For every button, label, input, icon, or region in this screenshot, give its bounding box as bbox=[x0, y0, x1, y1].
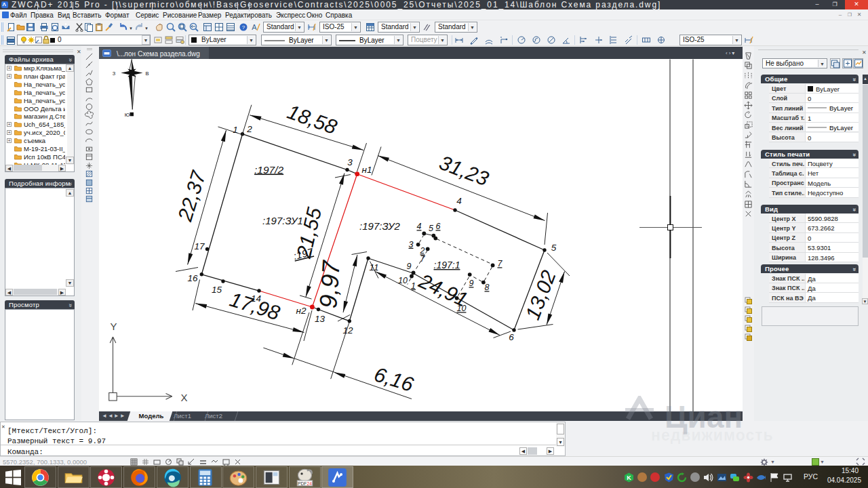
svg-text:A: A bbox=[252, 23, 257, 31]
svg-text:Ю: Ю bbox=[125, 112, 130, 118]
svg-text:6,16: 6,16 bbox=[372, 363, 416, 396]
svg-text:9: 9 bbox=[469, 279, 474, 288]
svg-text:7: 7 bbox=[498, 259, 503, 268]
svg-text:4: 4 bbox=[417, 222, 422, 231]
svg-text:18,58: 18,58 bbox=[284, 100, 340, 138]
svg-text:17: 17 bbox=[194, 241, 205, 251]
svg-text:10: 10 bbox=[457, 304, 467, 313]
svg-text:ByLayer: ByLayer bbox=[829, 124, 853, 131]
svg-text:н1: н1 bbox=[362, 165, 372, 175]
svg-text:14: 14 bbox=[251, 293, 261, 304]
svg-text:3: 3 bbox=[347, 157, 353, 167]
svg-text:1: 1 bbox=[411, 281, 416, 291]
svg-text:ByLayer: ByLayer bbox=[829, 104, 853, 112]
svg-text:22,37: 22,37 bbox=[174, 167, 210, 224]
svg-text:н2: н2 bbox=[296, 306, 307, 316]
svg-text:ByLayer: ByLayer bbox=[359, 37, 384, 44]
svg-text:8: 8 bbox=[485, 283, 490, 292]
svg-text:11: 11 bbox=[369, 262, 378, 272]
svg-text::197:ЗУ1: :197:ЗУ1 bbox=[262, 215, 303, 226]
svg-text:X: X bbox=[180, 392, 187, 403]
svg-text:Y: Y bbox=[110, 321, 117, 332]
svg-text:10: 10 bbox=[398, 276, 408, 285]
svg-text:6: 6 bbox=[509, 332, 514, 342]
svg-text:PDF24: PDF24 bbox=[298, 481, 312, 486]
svg-text:7: 7 bbox=[420, 254, 426, 264]
svg-text:1: 1 bbox=[233, 125, 238, 135]
svg-text::197:1: :197:1 bbox=[434, 260, 460, 270]
svg-text:5: 5 bbox=[551, 243, 557, 253]
svg-text:15: 15 bbox=[212, 285, 222, 295]
svg-text:16: 16 bbox=[187, 273, 198, 283]
svg-text::197/2: :197/2 bbox=[254, 164, 283, 176]
svg-text:?: ? bbox=[242, 24, 245, 30]
svg-text:4: 4 bbox=[456, 196, 462, 206]
svg-text:31,23: 31,23 bbox=[436, 151, 492, 190]
svg-text:З: З bbox=[113, 70, 116, 77]
svg-text:13: 13 bbox=[315, 314, 326, 324]
svg-text:13,02: 13,02 bbox=[521, 267, 560, 323]
svg-text:5: 5 bbox=[429, 224, 433, 233]
svg-text:В: В bbox=[145, 70, 149, 77]
svg-text:3: 3 bbox=[409, 240, 414, 249]
svg-text::197:ЗУ2: :197:ЗУ2 bbox=[359, 220, 400, 232]
svg-text:6: 6 bbox=[436, 222, 441, 231]
svg-text:12: 12 bbox=[342, 325, 353, 336]
svg-text:ByLayer: ByLayer bbox=[289, 37, 314, 44]
svg-text:9,97: 9,97 bbox=[314, 259, 345, 310]
svg-text:9: 9 bbox=[407, 262, 412, 271]
svg-text:K: K bbox=[627, 474, 631, 481]
svg-text:2: 2 bbox=[246, 124, 252, 134]
